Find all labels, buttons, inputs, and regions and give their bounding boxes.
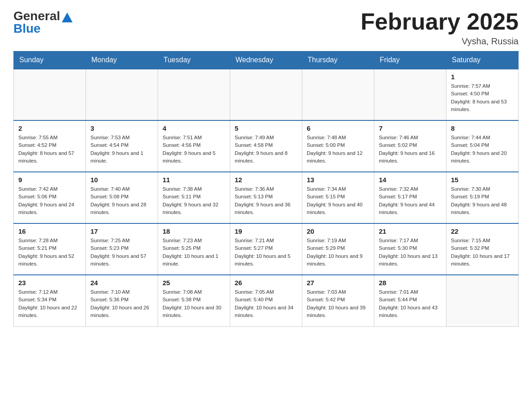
day-info: Sunrise: 7:32 AMSunset: 5:17 PMDaylight:… [379,185,442,216]
day-number: 2 [18,124,81,132]
calendar-cell: 28Sunrise: 7:01 AMSunset: 5:44 PMDayligh… [374,275,446,326]
day-info: Sunrise: 7:15 AMSunset: 5:32 PMDaylight:… [451,237,514,268]
day-number: 27 [307,279,369,287]
day-info: Sunrise: 7:48 AMSunset: 5:00 PMDaylight:… [307,134,369,165]
day-info: Sunrise: 7:57 AMSunset: 4:50 PMDaylight:… [451,82,514,113]
col-saturday: Saturday [446,51,519,69]
week-row-5: 23Sunrise: 7:12 AMSunset: 5:34 PMDayligh… [14,275,519,326]
calendar-cell: 7Sunrise: 7:46 AMSunset: 5:02 PMDaylight… [374,120,446,172]
col-wednesday: Wednesday [230,51,302,69]
week-row-2: 2Sunrise: 7:55 AMSunset: 4:52 PMDaylight… [14,120,519,172]
day-info: Sunrise: 7:46 AMSunset: 5:02 PMDaylight:… [379,134,442,165]
day-info: Sunrise: 7:25 AMSunset: 5:23 PMDaylight:… [90,237,153,268]
day-number: 14 [379,176,442,184]
day-info: Sunrise: 7:28 AMSunset: 5:21 PMDaylight:… [18,237,81,268]
page-header: General Blue February 2025 Vysha, Russia [13,9,519,47]
day-number: 16 [18,227,81,235]
day-info: Sunrise: 7:55 AMSunset: 4:52 PMDaylight:… [18,134,81,165]
day-number: 9 [18,176,81,184]
calendar-cell: 6Sunrise: 7:48 AMSunset: 5:00 PMDaylight… [302,120,374,172]
day-number: 7 [379,124,442,132]
day-info: Sunrise: 7:19 AMSunset: 5:29 PMDaylight:… [307,237,369,268]
calendar-cell: 16Sunrise: 7:28 AMSunset: 5:21 PMDayligh… [14,223,86,275]
calendar-cell: 18Sunrise: 7:23 AMSunset: 5:25 PMDayligh… [158,223,230,275]
day-number: 26 [235,279,297,287]
calendar-cell: 22Sunrise: 7:15 AMSunset: 5:32 PMDayligh… [446,223,519,275]
title-section: February 2025 Vysha, Russia [360,9,519,47]
week-row-3: 9Sunrise: 7:42 AMSunset: 5:06 PMDaylight… [14,172,519,223]
col-monday: Monday [86,51,158,69]
day-info: Sunrise: 7:34 AMSunset: 5:15 PMDaylight:… [307,185,369,216]
day-info: Sunrise: 7:03 AMSunset: 5:42 PMDaylight:… [307,288,369,319]
col-sunday: Sunday [14,51,86,69]
day-info: Sunrise: 7:01 AMSunset: 5:44 PMDaylight:… [379,288,442,319]
calendar-table: Sunday Monday Tuesday Wednesday Thursday… [13,51,519,327]
calendar-cell: 2Sunrise: 7:55 AMSunset: 4:52 PMDaylight… [14,120,86,172]
day-number: 5 [235,124,297,132]
calendar-cell: 3Sunrise: 7:53 AMSunset: 4:54 PMDaylight… [86,120,158,172]
day-number: 19 [235,227,297,235]
calendar-cell: 11Sunrise: 7:38 AMSunset: 5:11 PMDayligh… [158,172,230,223]
calendar-cell: 23Sunrise: 7:12 AMSunset: 5:34 PMDayligh… [14,275,86,326]
calendar-cell: 27Sunrise: 7:03 AMSunset: 5:42 PMDayligh… [302,275,374,326]
day-number: 23 [18,279,81,287]
day-info: Sunrise: 7:05 AMSunset: 5:40 PMDaylight:… [235,288,297,319]
calendar-cell [446,275,519,326]
day-number: 22 [451,227,514,235]
calendar-cell: 15Sunrise: 7:30 AMSunset: 5:19 PMDayligh… [446,172,519,223]
day-number: 4 [163,124,225,132]
day-number: 24 [90,279,153,287]
day-number: 12 [235,176,297,184]
day-info: Sunrise: 7:44 AMSunset: 5:04 PMDaylight:… [451,134,514,165]
day-number: 20 [307,227,369,235]
day-number: 11 [163,176,225,184]
calendar-cell: 4Sunrise: 7:51 AMSunset: 4:56 PMDaylight… [158,120,230,172]
calendar-cell [374,69,446,120]
day-info: Sunrise: 7:23 AMSunset: 5:25 PMDaylight:… [163,237,225,268]
col-friday: Friday [374,51,446,69]
day-info: Sunrise: 7:49 AMSunset: 4:58 PMDaylight:… [235,134,297,165]
calendar-cell: 13Sunrise: 7:34 AMSunset: 5:15 PMDayligh… [302,172,374,223]
day-number: 10 [90,176,153,184]
calendar-cell: 26Sunrise: 7:05 AMSunset: 5:40 PMDayligh… [230,275,302,326]
day-number: 21 [379,227,442,235]
calendar-cell: 19Sunrise: 7:21 AMSunset: 5:27 PMDayligh… [230,223,302,275]
week-row-1: 1Sunrise: 7:57 AMSunset: 4:50 PMDaylight… [14,69,519,120]
day-number: 1 [451,73,514,81]
location-label: Vysha, Russia [360,36,519,47]
calendar-cell [302,69,374,120]
day-number: 17 [90,227,153,235]
calendar-cell [230,69,302,120]
calendar-cell: 24Sunrise: 7:10 AMSunset: 5:36 PMDayligh… [86,275,158,326]
logo-triangle-icon [62,13,73,22]
calendar-cell [14,69,86,120]
day-info: Sunrise: 7:30 AMSunset: 5:19 PMDaylight:… [451,185,514,216]
day-number: 13 [307,176,369,184]
logo: General Blue [13,9,73,36]
calendar-cell: 10Sunrise: 7:40 AMSunset: 5:08 PMDayligh… [86,172,158,223]
day-info: Sunrise: 7:40 AMSunset: 5:08 PMDaylight:… [90,185,153,216]
calendar-cell [158,69,230,120]
day-info: Sunrise: 7:08 AMSunset: 5:38 PMDaylight:… [163,288,225,319]
col-thursday: Thursday [302,51,374,69]
day-number: 25 [163,279,225,287]
day-number: 8 [451,124,514,132]
calendar-cell: 5Sunrise: 7:49 AMSunset: 4:58 PMDaylight… [230,120,302,172]
calendar-header-row: Sunday Monday Tuesday Wednesday Thursday… [14,51,519,69]
day-number: 3 [90,124,153,132]
day-info: Sunrise: 7:53 AMSunset: 4:54 PMDaylight:… [90,134,153,165]
day-info: Sunrise: 7:36 AMSunset: 5:13 PMDaylight:… [235,185,297,216]
day-info: Sunrise: 7:10 AMSunset: 5:36 PMDaylight:… [90,288,153,319]
col-tuesday: Tuesday [158,51,230,69]
calendar-cell: 1Sunrise: 7:57 AMSunset: 4:50 PMDaylight… [446,69,519,120]
day-info: Sunrise: 7:21 AMSunset: 5:27 PMDaylight:… [235,237,297,268]
calendar-cell: 12Sunrise: 7:36 AMSunset: 5:13 PMDayligh… [230,172,302,223]
calendar-cell: 17Sunrise: 7:25 AMSunset: 5:23 PMDayligh… [86,223,158,275]
calendar-cell: 8Sunrise: 7:44 AMSunset: 5:04 PMDaylight… [446,120,519,172]
calendar-cell: 25Sunrise: 7:08 AMSunset: 5:38 PMDayligh… [158,275,230,326]
calendar-cell: 9Sunrise: 7:42 AMSunset: 5:06 PMDaylight… [14,172,86,223]
day-number: 15 [451,176,514,184]
day-info: Sunrise: 7:42 AMSunset: 5:06 PMDaylight:… [18,185,81,216]
day-info: Sunrise: 7:38 AMSunset: 5:11 PMDaylight:… [163,185,225,216]
day-info: Sunrise: 7:12 AMSunset: 5:34 PMDaylight:… [18,288,81,319]
